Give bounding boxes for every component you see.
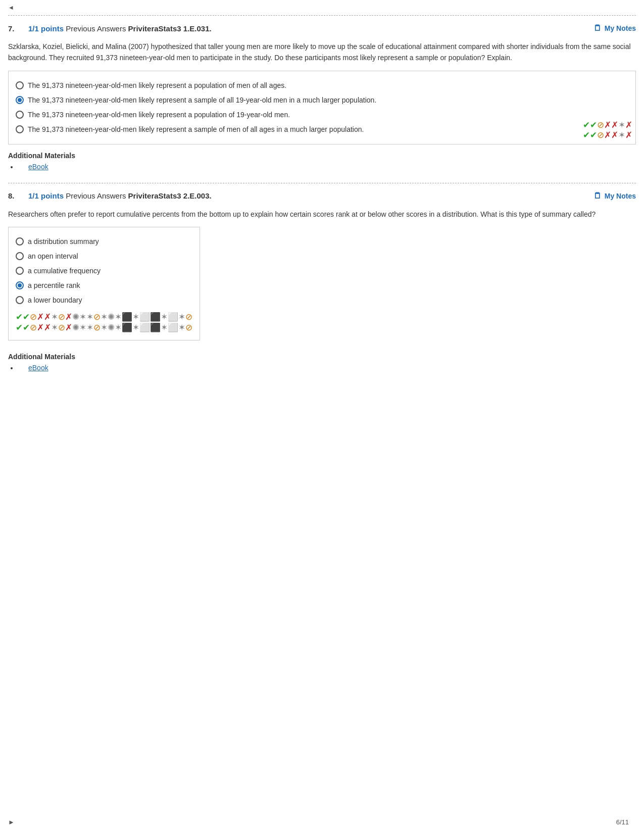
- question-8-option-3-text: a cumulative frequency: [28, 266, 192, 276]
- question-8-points: 1/1 points: [28, 191, 64, 200]
- q8-star14: ✶: [132, 322, 139, 333]
- q8-sq7: ⬛: [150, 322, 161, 333]
- question-8-text: Researchers often prefer to report cumul…: [8, 209, 636, 220]
- q7-x1: ✗: [604, 120, 611, 130]
- question-8-ebook-link[interactable]: eBook: [28, 364, 48, 372]
- question-7-additional-materials: Additional Materials eBook: [8, 152, 636, 171]
- q8-sq2: ⬜: [139, 312, 150, 322]
- q8-star8: ✶: [178, 312, 185, 322]
- question-7-points: 1/1 points: [28, 24, 64, 33]
- question-8-options-box: a distribution summary an open interval …: [8, 227, 200, 340]
- question-7-option-2[interactable]: The 91,373 nineteen-year-old-men likely …: [16, 95, 628, 106]
- q8-check3: ✔: [16, 322, 23, 333]
- question-8-radio-1[interactable]: [16, 237, 24, 246]
- q7-check2: ✔: [590, 120, 597, 130]
- notes-icon-8: 🗒: [593, 191, 602, 201]
- question-7-previous: Previous Answers: [66, 24, 126, 33]
- q8-star16: ✶: [178, 322, 185, 333]
- question-8-number: 8.: [8, 191, 28, 200]
- question-8-option-5-text: a lower boundary: [28, 295, 192, 306]
- notes-icon-7: 🗒: [593, 24, 602, 33]
- q8-sq5: ⬛: [122, 322, 132, 333]
- q8-sq8: ⬜: [168, 322, 178, 333]
- q8-x1: ✗: [37, 312, 44, 322]
- q8-star7: ✶: [161, 312, 168, 322]
- question-8-radio-2[interactable]: [16, 252, 24, 260]
- q8-cross2: ✺: [108, 312, 115, 322]
- question-8-header: 8. 1/1 points Previous Answers Privitera…: [8, 191, 636, 201]
- question-7-option-4[interactable]: The 91,373 nineteen-year-old-men likely …: [16, 124, 628, 135]
- question-7-additional-label: Additional Materials: [8, 152, 636, 160]
- q8-x2: ✗: [44, 312, 51, 322]
- q8-check4: ✔: [23, 322, 30, 333]
- question-7-option-1[interactable]: The 91,373 nineteen-year-old-men likely …: [16, 80, 628, 91]
- q8-star12: ✶: [101, 322, 108, 333]
- q8-circle5: ⊘: [30, 322, 37, 333]
- q8-cross3: ✺: [72, 322, 79, 333]
- question-7-my-notes-button[interactable]: 🗒 My Notes: [593, 24, 636, 33]
- q7-x3: ✗: [625, 120, 632, 130]
- q8-star9: ✶: [51, 322, 58, 333]
- q8-star4: ✶: [101, 312, 108, 322]
- q8-x5: ✗: [44, 322, 51, 333]
- question-7-radio-2[interactable]: [16, 96, 24, 104]
- question-8-option-4-text: a percentile rank: [28, 280, 192, 291]
- question-7-radio-4[interactable]: [16, 125, 24, 133]
- q8-star13: ✶: [115, 322, 122, 333]
- question-7-feedback-row-1: ✔ ✔ ⊘ ✗ ✗ ✶ ✗: [583, 120, 632, 130]
- question-8-feedback: ✔ ✔ ⊘ ✗ ✗ ✶ ⊘ ✗ ✺ ✶ ✶ ⊘ ✶ ✺ ✶ ⬛ ✶ ⬜ ⬛ ✶: [16, 310, 192, 335]
- q8-star3: ✶: [86, 312, 93, 322]
- question-7-option-4-text: The 91,373 nineteen-year-old-men likely …: [28, 124, 628, 135]
- q8-circle6: ⊘: [58, 322, 65, 333]
- q8-circle7: ⊘: [93, 322, 101, 333]
- question-7-feedback-row-2: ✔ ✔ ⊘ ✗ ✗ ✶ ✗: [583, 130, 632, 140]
- question-8-option-5[interactable]: a lower boundary: [16, 295, 192, 306]
- page-number: 6/11: [616, 818, 629, 826]
- q7-circle2: ⊘: [597, 130, 604, 140]
- question-7-option-1-text: The 91,373 nineteen-year-old-men likely …: [28, 80, 628, 91]
- q8-cross1: ✺: [72, 312, 79, 322]
- question-7-ebook-link[interactable]: eBook: [28, 163, 48, 171]
- question-8-option-1[interactable]: a distribution summary: [16, 236, 192, 247]
- question-7-option-2-text: The 91,373 nineteen-year-old-men likely …: [28, 95, 628, 106]
- question-8-radio-4[interactable]: [16, 281, 24, 289]
- question-7-radio-1[interactable]: [16, 81, 24, 89]
- question-8-option-3[interactable]: a cumulative frequency: [16, 266, 192, 276]
- question-8-ref: PriviteraStats3 2.E.003.: [128, 191, 212, 200]
- question-7-option-3-text: The 91,373 nineteen-year-old-men likely …: [28, 110, 628, 120]
- q8-circle4: ⊘: [185, 312, 192, 322]
- q8-sq3: ⬛: [150, 312, 161, 322]
- q8-star10: ✶: [79, 322, 86, 333]
- question-8-option-2-text: an open interval: [28, 251, 192, 262]
- question-8-previous: Previous Answers: [66, 191, 126, 200]
- question-8-option-4[interactable]: a percentile rank: [16, 280, 192, 291]
- q8-check2: ✔: [23, 312, 30, 322]
- q8-x4: ✗: [37, 322, 44, 333]
- q8-circle3: ⊘: [93, 312, 101, 322]
- question-7-radio-3[interactable]: [16, 111, 24, 119]
- question-8-radio-3[interactable]: [16, 267, 24, 275]
- question-7-block: 7. 1/1 points Previous Answers Privitera…: [8, 16, 636, 183]
- q8-sq4: ⬜: [168, 312, 178, 322]
- question-8-feedback-row-2: ✔ ✔ ⊘ ✗ ✗ ✶ ⊘ ✗ ✺ ✶ ✶ ⊘ ✶ ✺ ✶ ⬛ ✶ ⬜ ⬛ ✶: [16, 322, 192, 333]
- question-8-additional-materials: Additional Materials eBook: [8, 353, 636, 372]
- question-7-option-3[interactable]: The 91,373 nineteen-year-old-men likely …: [16, 110, 628, 120]
- question-7-number: 7.: [8, 24, 28, 33]
- question-8-my-notes-button[interactable]: 🗒 My Notes: [593, 191, 636, 201]
- q7-star1: ✶: [618, 120, 625, 130]
- page-corner-left: ◄: [0, 0, 644, 15]
- q7-check3: ✔: [583, 130, 590, 140]
- question-8-additional-label: Additional Materials: [8, 353, 636, 361]
- q8-circle2: ⊘: [58, 312, 65, 322]
- q8-cross4: ✺: [108, 322, 115, 333]
- question-8-feedback-row-1: ✔ ✔ ⊘ ✗ ✗ ✶ ⊘ ✗ ✺ ✶ ✶ ⊘ ✶ ✺ ✶ ⬛ ✶ ⬜ ⬛ ✶: [16, 312, 192, 322]
- question-8-option-1-text: a distribution summary: [28, 236, 192, 247]
- question-7-text: Szklarska, Koziel, Bielicki, and Malina …: [8, 41, 636, 64]
- question-8-radio-5[interactable]: [16, 296, 24, 304]
- q7-check4: ✔: [590, 130, 597, 140]
- q8-star11: ✶: [86, 322, 93, 333]
- question-8-meta: 1/1 points Previous Answers PriviteraSta…: [28, 191, 593, 200]
- question-8-option-2[interactable]: an open interval: [16, 251, 192, 262]
- q7-circle1: ⊘: [597, 120, 604, 130]
- question-7-feedback: ✔ ✔ ⊘ ✗ ✗ ✶ ✗ ✔ ✔ ⊘ ✗ ✗ ✶ ✗: [583, 120, 632, 141]
